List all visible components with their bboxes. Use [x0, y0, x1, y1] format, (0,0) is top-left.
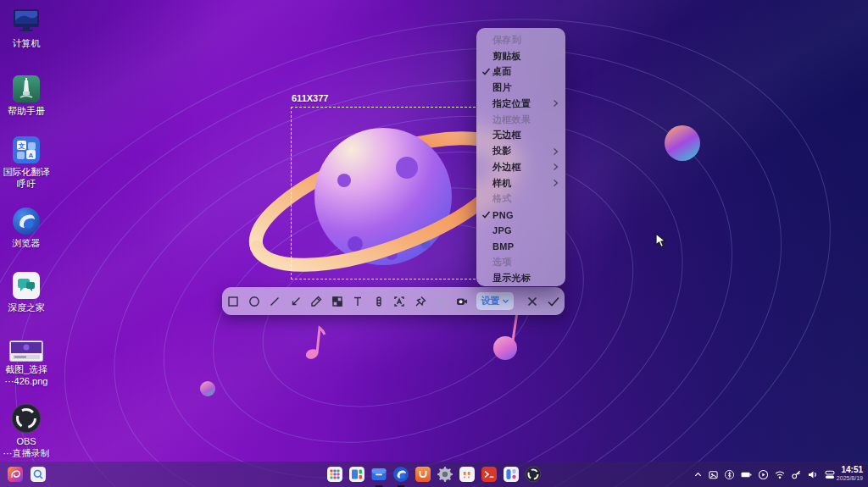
mouse-cursor: [654, 233, 668, 248]
small-sphere-left: [200, 381, 215, 396]
tool-pencil-button[interactable]: [306, 291, 327, 313]
settings-button[interactable]: 设置: [476, 292, 514, 310]
computer-icon: [11, 5, 42, 36]
selection-rectangle[interactable]: [291, 107, 480, 279]
tool-ellipse-button[interactable]: [244, 291, 265, 313]
tool-arrow-button[interactable]: [286, 291, 307, 313]
text-icon: [351, 295, 364, 308]
screenshot-toolbar: 设置: [222, 287, 565, 315]
submenu-arrow-icon: [553, 147, 559, 156]
ellipse-icon: [248, 295, 261, 308]
check-icon: [481, 67, 491, 76]
tool-ocr-button[interactable]: [389, 291, 410, 313]
app-store-icon: [415, 466, 431, 483]
desktop-icon-i18n-translation[interactable]: 文 A 国际化翻译呼吁: [2, 136, 51, 190]
grand-search-button[interactable]: [30, 466, 47, 483]
menu-item-jpg[interactable]: JPG: [476, 223, 565, 239]
dock-app-store[interactable]: [415, 466, 431, 483]
tray-input-method-icon[interactable]: [825, 470, 836, 480]
desktop-icon-computer[interactable]: 计算机: [2, 5, 51, 50]
dock-text-editor[interactable]: [459, 466, 476, 483]
icon-label: 国际化翻译呼吁: [3, 167, 50, 190]
dock-browser[interactable]: [392, 466, 409, 483]
desktop-icon-deepin-home[interactable]: 深度之家: [2, 271, 51, 314]
tool-record-button[interactable]: [452, 291, 473, 313]
dock-terminal[interactable]: [481, 466, 498, 483]
terminal-icon: [481, 466, 498, 483]
dock-file-manager[interactable]: [370, 466, 387, 483]
launcher-grid-icon: [326, 466, 343, 483]
obs-icon: [11, 403, 42, 434]
pencil-icon: [309, 295, 323, 308]
menu-item-clipboard[interactable]: 剪贴板: [476, 48, 565, 64]
gear-icon: [437, 466, 453, 483]
icon-label: 计算机: [13, 38, 41, 50]
dock-launcher-grid[interactable]: [326, 466, 343, 483]
record-camera-icon: [455, 295, 469, 308]
desktop-icon-help-manual[interactable]: 帮助手册: [2, 75, 51, 118]
music-note: [304, 328, 325, 361]
menu-item-desktop[interactable]: 桌面: [476, 64, 565, 80]
dock-obs-icon: [525, 466, 542, 483]
small-planet-right: [665, 125, 700, 161]
dock-music[interactable]: [503, 466, 520, 483]
tool-text-button[interactable]: [348, 291, 369, 313]
menu-item-bmp[interactable]: BMP: [476, 239, 565, 255]
menu-item-pictures[interactable]: 图片: [476, 80, 565, 96]
tool-rectangle-button[interactable]: [223, 291, 244, 313]
tray-wifi-icon[interactable]: [775, 470, 786, 480]
menu-item-save-to: 保存到: [476, 32, 565, 48]
cancel-button[interactable]: [522, 291, 543, 313]
menu-item-png[interactable]: PNG: [476, 207, 565, 223]
mosaic-icon: [331, 295, 344, 308]
screenshot-file-icon: [9, 340, 43, 362]
tray-screenshot-icon[interactable]: [709, 470, 719, 480]
menu-item-show-cursor[interactable]: 显示光标: [476, 270, 565, 286]
svg-text:文: 文: [18, 142, 25, 150]
submenu-arrow-icon: [553, 99, 559, 108]
tray-expand-chevron-icon[interactable]: [693, 470, 702, 479]
text-editor-icon: [459, 466, 476, 483]
deepin-home-icon: [12, 271, 41, 300]
taskbar-clock[interactable]: 14:51 2025/8/19: [837, 465, 863, 482]
menu-item-border-effect: 边框效果: [476, 112, 565, 128]
icon-label: 截图_选择⋯426.png: [5, 364, 48, 387]
tool-undo-button[interactable]: [431, 291, 452, 313]
confirm-button[interactable]: [543, 291, 565, 313]
browser-icon: [12, 207, 41, 235]
ocr-icon: [392, 295, 406, 308]
rectangle-icon: [226, 295, 240, 308]
selection-size-label: 611X377: [292, 93, 328, 103]
dock-control-center[interactable]: [437, 466, 453, 483]
menu-item-mockup[interactable]: 样机: [476, 175, 565, 191]
icon-label: 帮助手册: [8, 106, 45, 118]
tool-pin-button[interactable]: [410, 291, 431, 313]
launcher-button[interactable]: [7, 466, 24, 483]
tool-mosaic-button[interactable]: [327, 291, 348, 313]
icon-label: OBS⋯直播录制: [3, 436, 50, 459]
settings-menu: 保存到 剪贴板 桌面 图片 指定位置 边框效果 无边框 投影 外边框: [476, 28, 565, 286]
music-app-icon: [503, 466, 520, 483]
tool-marker-button[interactable]: [369, 291, 390, 313]
launcher-icon: [7, 466, 24, 483]
tray-power-icon[interactable]: [759, 470, 769, 480]
desktop: 计算机 帮助手册 文 A 国际化翻译呼吁: [0, 0, 868, 487]
search-icon: [30, 466, 47, 483]
multitasking-icon: [348, 466, 365, 483]
tray-bluetooth-icon[interactable]: [725, 470, 735, 480]
desktop-icon-screenshot-file[interactable]: 截图_选择⋯426.png: [2, 340, 51, 387]
tray-volume-icon[interactable]: [808, 470, 819, 480]
menu-item-shadow[interactable]: 投影: [476, 143, 565, 159]
tool-line-button[interactable]: [264, 291, 286, 313]
tray-battery-icon[interactable]: [741, 470, 753, 480]
desktop-icon-obs[interactable]: OBS⋯直播录制: [2, 403, 51, 459]
menu-item-outer-border[interactable]: 外边框: [476, 159, 565, 175]
dock-multitasking-view[interactable]: [348, 466, 365, 483]
menu-item-no-border[interactable]: 无边框: [476, 128, 565, 144]
submenu-arrow-icon: [553, 163, 559, 171]
settings-label: 设置: [481, 295, 500, 307]
tray-key-icon[interactable]: [792, 470, 802, 480]
menu-item-specify-location[interactable]: 指定位置: [476, 96, 565, 112]
dock-obs[interactable]: [525, 466, 542, 483]
desktop-icon-browser[interactable]: 浏览器: [2, 207, 51, 250]
